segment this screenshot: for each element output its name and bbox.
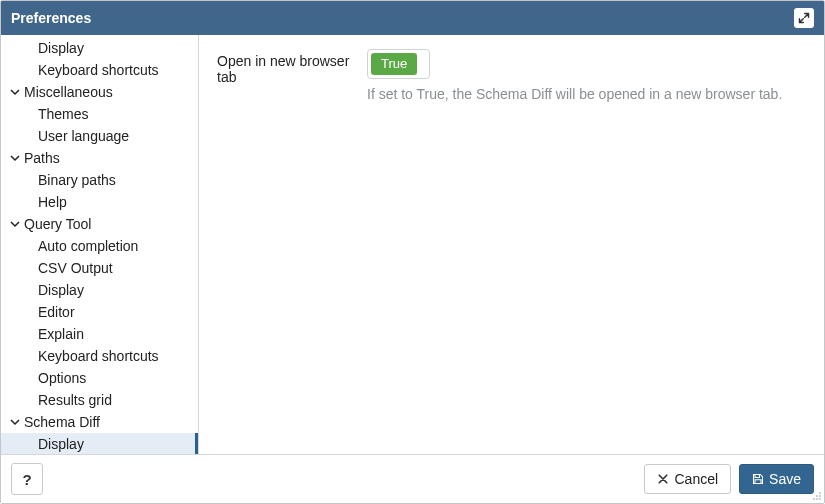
tree-child-label: Display bbox=[38, 436, 84, 452]
tree-child[interactable]: Help bbox=[1, 191, 198, 213]
tree-child-label: User language bbox=[38, 128, 129, 144]
svg-point-0 bbox=[819, 492, 821, 494]
tree-child-label: Options bbox=[38, 370, 86, 386]
tree-parent[interactable]: Schema Diff bbox=[1, 411, 198, 433]
svg-point-5 bbox=[819, 498, 821, 500]
tree-child[interactable]: Editor bbox=[1, 301, 198, 323]
tree-child[interactable]: CSV Output bbox=[1, 257, 198, 279]
tree-child[interactable]: Binary paths bbox=[1, 169, 198, 191]
cancel-button[interactable]: Cancel bbox=[644, 464, 731, 494]
help-button[interactable]: ? bbox=[11, 463, 43, 495]
footer-actions: Cancel Save bbox=[644, 464, 814, 494]
svg-point-2 bbox=[819, 495, 821, 497]
tree-child[interactable]: Keyboard shortcuts bbox=[1, 59, 198, 81]
cancel-label: Cancel bbox=[674, 471, 718, 487]
tree-parent-label: Paths bbox=[24, 150, 60, 166]
close-icon bbox=[657, 473, 669, 485]
tree-parent-label: Miscellaneous bbox=[24, 84, 113, 100]
setting-control: True If set to True, the Schema Diff wil… bbox=[363, 49, 806, 102]
tree-child-label: Help bbox=[38, 194, 67, 210]
tree-child-label: Display bbox=[38, 282, 84, 298]
tree-child-label: CSV Output bbox=[38, 260, 113, 276]
tree-child[interactable]: Display bbox=[1, 279, 198, 301]
chevron-down-icon bbox=[10, 216, 22, 232]
toggle-open-in-new-tab[interactable]: True bbox=[367, 49, 430, 79]
svg-point-3 bbox=[813, 498, 815, 500]
tree-child-label: Editor bbox=[38, 304, 75, 320]
setting-row: Open in new browser tab True If set to T… bbox=[217, 49, 806, 102]
expand-icon bbox=[798, 12, 810, 24]
dialog-body: DisplayKeyboard shortcutsMiscellaneousTh… bbox=[1, 35, 824, 454]
svg-point-4 bbox=[816, 498, 818, 500]
preferences-dialog: Preferences DisplayKeyboard shortcutsMis… bbox=[0, 0, 825, 504]
footer: ? Cancel Save bbox=[1, 454, 824, 503]
tree-parent[interactable]: Paths bbox=[1, 147, 198, 169]
tree-child[interactable]: Display bbox=[1, 37, 198, 59]
chevron-down-icon bbox=[10, 84, 22, 100]
save-label: Save bbox=[769, 471, 801, 487]
tree-child[interactable]: Keyboard shortcuts bbox=[1, 345, 198, 367]
titlebar: Preferences bbox=[1, 1, 824, 35]
tree-child-label: Keyboard shortcuts bbox=[38, 348, 159, 364]
tree-child[interactable]: User language bbox=[1, 125, 198, 147]
tree-parent[interactable]: Miscellaneous bbox=[1, 81, 198, 103]
chevron-down-icon bbox=[10, 414, 22, 430]
tree-child[interactable]: Explain bbox=[1, 323, 198, 345]
tree-child[interactable]: Auto completion bbox=[1, 235, 198, 257]
sidebar[interactable]: DisplayKeyboard shortcutsMiscellaneousTh… bbox=[1, 35, 199, 454]
tree-child[interactable]: Results grid bbox=[1, 389, 198, 411]
tree-child-label: Keyboard shortcuts bbox=[38, 62, 159, 78]
tree-child-label: Display bbox=[38, 40, 84, 56]
save-button[interactable]: Save bbox=[739, 464, 814, 494]
tree-child-label: Explain bbox=[38, 326, 84, 342]
tree-child-label: Auto completion bbox=[38, 238, 138, 254]
setting-description: If set to True, the Schema Diff will be … bbox=[367, 86, 806, 102]
dialog-title: Preferences bbox=[11, 10, 91, 26]
help-icon: ? bbox=[22, 471, 31, 488]
tree-child-label: Binary paths bbox=[38, 172, 116, 188]
chevron-down-icon bbox=[10, 150, 22, 166]
tree-parent[interactable]: Query Tool bbox=[1, 213, 198, 235]
toggle-knob bbox=[419, 55, 426, 73]
tree-child-label: Results grid bbox=[38, 392, 112, 408]
setting-label: Open in new browser tab bbox=[217, 49, 363, 85]
tree-child-label: Themes bbox=[38, 106, 89, 122]
resize-grip-icon[interactable] bbox=[812, 491, 822, 501]
tree-child[interactable]: Options bbox=[1, 367, 198, 389]
tree-parent-label: Query Tool bbox=[24, 216, 91, 232]
svg-point-1 bbox=[816, 495, 818, 497]
tree-child[interactable]: Display bbox=[1, 433, 198, 454]
tree-child[interactable]: Themes bbox=[1, 103, 198, 125]
tree-parent-label: Schema Diff bbox=[24, 414, 100, 430]
save-icon bbox=[752, 473, 764, 485]
toggle-value: True bbox=[371, 53, 417, 75]
maximize-button[interactable] bbox=[794, 8, 814, 28]
content-pane: Open in new browser tab True If set to T… bbox=[199, 35, 824, 454]
